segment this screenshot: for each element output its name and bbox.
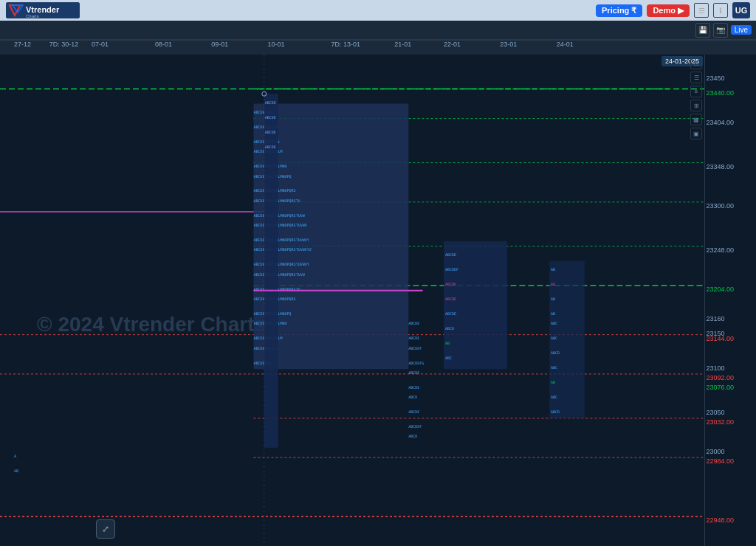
svg-text:ABCDEFGHIJ: ABCDEFGHIJ (253, 110, 275, 114)
svg-text:ABCDE: ABCDE (445, 297, 456, 301)
svg-text:ABCDE: ABCDE (445, 282, 456, 286)
svg-text:ABCDEFGHIJKLMNOPQRSTU: ABCDEFGHIJKLMNOPQRSTU (253, 287, 300, 291)
svg-text:ABCD: ABCD (551, 350, 560, 355)
svg-text:ABCDEFGHIJKLM: ABCDEFGHIJKLM (253, 336, 282, 340)
price-23092: 23092.00 (706, 374, 734, 381)
camera-button[interactable]: 📷 (713, 23, 728, 38)
svg-text:ABC: ABC (551, 365, 557, 370)
svg-text:ABCDE: ABCDE (265, 115, 276, 120)
svg-text:ABC: ABC (551, 336, 557, 340)
save-button[interactable]: 💾 (695, 23, 710, 38)
info-button[interactable]: ℹ (713, 3, 728, 18)
svg-text:ABCDE: ABCDE (445, 252, 456, 257)
svg-text:A: A (14, 454, 16, 458)
user-button[interactable]: UG (732, 2, 750, 18)
svg-text:ABCDEFGHIJKLMNO: ABCDEFGHIJKLMNO (253, 164, 286, 168)
price-23160: 23160 (706, 315, 724, 322)
svg-text:ABCDEFGHIJKLMNOPQ: ABCDEFGHIJKLMNOPQ (253, 174, 291, 179)
price-23348: 23348.00 (706, 163, 734, 170)
chart-area[interactable]: © 2024 Vtrender Charts 24-01-2025 23450 … (0, 55, 756, 546)
demo-button[interactable]: Demo ▶ (647, 4, 690, 17)
timeline-label-2: 7D: 30-12 (49, 41, 79, 48)
price-23204: 23204.00 (706, 286, 734, 293)
svg-text:AB: AB (551, 267, 555, 272)
svg-text:ABCDEFGHIJKLMNOPQ: ABCDEFGHIJKLMNOPQ (253, 311, 291, 316)
svg-text:ABCD: ABCD (445, 326, 454, 331)
svg-text:Charts: Charts (26, 14, 39, 18)
svg-text:ABCDE: ABCDE (265, 130, 276, 134)
svg-text:ABCDEFGHIJKL: ABCDEFGHIJKL (253, 139, 280, 144)
svg-text:ABCDEFGHIJKLMNOPQRS: ABCDEFGHIJKLMNOPQRS (253, 297, 295, 301)
price-23440: 23440.00 (706, 89, 734, 97)
svg-text:ABCDE: ABCDE (408, 410, 419, 414)
svg-text:ABCDEFG: ABCDEFG (408, 361, 424, 365)
pricing-button[interactable]: Pricing ₹ (596, 4, 642, 17)
svg-text:ABCDEFGHIJK: ABCDEFGHIJK (253, 125, 278, 129)
svg-text:ABCDEFGHIJK: ABCDEFGHIJK (253, 346, 278, 350)
rt-btn-5[interactable]: ▦ (690, 114, 702, 125)
chart-svg: ABCDEFGHIJ ABCDEFGHIJK ABCDEFGHIJKL ABCD… (0, 55, 704, 546)
timeline-label-5: 09-01 (211, 41, 228, 48)
right-tools: □ ☰ ≡ ⊞ ▦ ▣ (690, 55, 703, 546)
svg-text:ABCD: ABCD (408, 395, 417, 399)
menu-button[interactable]: ☰ (694, 3, 709, 18)
header: Vtrender Charts Pricing ₹ Demo ▶ ☰ ℹ UG (0, 0, 756, 21)
svg-text:AB: AB (14, 469, 18, 473)
svg-text:ABCDEFGHIJKLMNOPQRSTUVWXY: ABCDEFGHIJKLMNOPQRSTUVWXY (253, 262, 309, 266)
svg-text:ABCD: ABCD (408, 434, 417, 438)
logo-area: Vtrender Charts (6, 2, 80, 18)
svg-text:ABC: ABC (445, 356, 452, 360)
timeline-label-10: 23-01 (500, 41, 517, 48)
rt-btn-1[interactable]: □ (690, 58, 702, 69)
rt-btn-4[interactable]: ⊞ (690, 100, 702, 111)
svg-text:ABCDEFGH: ABCDEFGH (253, 361, 271, 365)
svg-text:AB: AB (551, 297, 555, 301)
live-badge: Live (731, 25, 752, 35)
svg-text:ABCDEFGHIJKLMNOPQRS: ABCDEFGHIJKLMNOPQRS (253, 188, 295, 193)
svg-text:AB: AB (551, 282, 555, 286)
rt-btn-3[interactable]: ≡ (690, 86, 702, 97)
timeline-label-7: 7D: 13-01 (331, 41, 360, 48)
svg-text:ABCD: ABCD (551, 410, 560, 414)
svg-text:ABCDE: ABCDE (408, 385, 419, 390)
svg-rect-18 (253, 104, 408, 370)
timeline-label-1: 27-12 (14, 41, 31, 48)
svg-text:ABCDE: ABCDE (445, 311, 456, 316)
price-23076: 23076.00 (706, 384, 734, 391)
watermark: © 2024 Vtrender Charts (37, 313, 266, 336)
svg-text:ABCDEFGHIJKLMNOPQRSTUVW: ABCDEFGHIJKLMNOPQRSTUVW (253, 272, 305, 277)
timeline-bar: 27-12 7D: 30-12 07-01 08-01 09-01 10-01 … (0, 40, 756, 55)
price-23050: 23050 (706, 409, 724, 416)
timeline-label-3: 07-01 (92, 41, 109, 48)
svg-text:ABCDEFGHIJKLM: ABCDEFGHIJKLM (253, 149, 282, 153)
rt-btn-2[interactable]: ☰ (690, 72, 702, 83)
svg-rect-66 (549, 261, 585, 418)
svg-text:ABC: ABC (551, 395, 557, 399)
svg-point-81 (262, 91, 267, 96)
svg-rect-45 (444, 241, 507, 369)
timeline-label-4: 08-01 (155, 41, 172, 48)
price-23450: 23450 (706, 75, 724, 82)
timeline-label-8: 21-01 (394, 41, 411, 48)
svg-text:ABCDE: ABCDE (408, 336, 419, 340)
svg-text:ABCDE: ABCDE (265, 145, 276, 149)
timeline-label-11: 24-01 (557, 41, 574, 48)
price-23404: 23404.00 (706, 119, 734, 126)
svg-text:ABCDEF: ABCDEF (408, 346, 422, 350)
svg-text:ABCDE: ABCDE (408, 370, 419, 375)
toolbar: 💾 📷 Live (0, 21, 756, 40)
price-23144: 23144.00 (706, 335, 734, 342)
rt-btn-6[interactable]: ▣ (690, 128, 702, 139)
price-23100: 23100 (706, 364, 724, 372)
fullscreen-button[interactable]: ⤢ (96, 519, 115, 539)
timeline-label-9: 22-01 (444, 41, 461, 48)
price-23300: 23300.00 (706, 202, 734, 210)
svg-text:ABCDEF: ABCDEF (408, 424, 422, 429)
svg-text:Vtrender: Vtrender (26, 5, 60, 14)
svg-text:ABCDEFGHIJKLMNOPQRSTUVWX: ABCDEFGHIJKLMNOPQRSTUVWX (253, 223, 306, 227)
svg-text:ABCDE: ABCDE (408, 321, 419, 325)
svg-text:AB: AB (551, 380, 555, 384)
svg-text:ABCDEFGHIJKLMNOPQRSTUVW: ABCDEFGHIJKLMNOPQRSTUVW (253, 213, 305, 218)
logo-image: Vtrender Charts (6, 2, 80, 18)
price-22984: 22984.00 (706, 457, 734, 465)
